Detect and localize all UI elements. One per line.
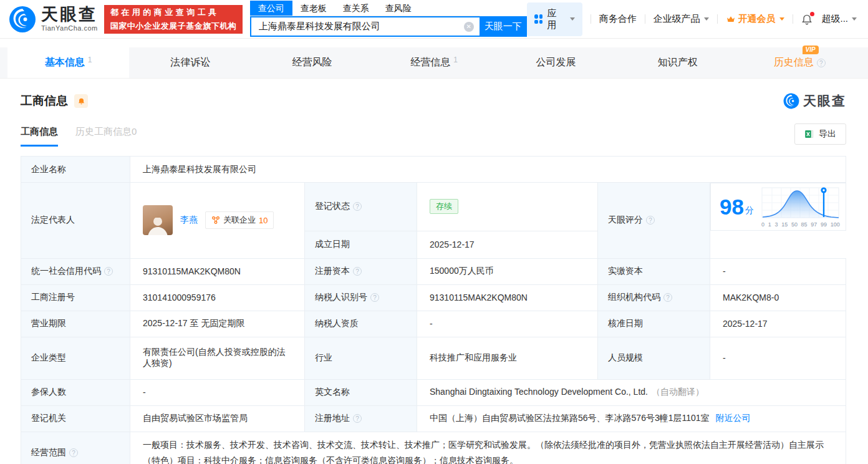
field-value-score: 98 分 xyxy=(710,183,846,231)
related-companies-count: 10 xyxy=(259,216,268,225)
field-label-score: 天眼评分? xyxy=(598,183,710,259)
notification-dot xyxy=(810,12,814,16)
tab-basic-info[interactable]: 基本信息 1 xyxy=(7,47,129,78)
field-value-reg-capital: 150000万人民币 xyxy=(417,258,598,284)
tianyancha-logo[interactable]: 天眼查 TianYanCha.com xyxy=(9,6,98,33)
field-value-reg-status: 存续 xyxy=(417,183,598,231)
tab-operating-info[interactable]: 经营信息 1 xyxy=(373,47,494,78)
field-value-insured-staff: - xyxy=(130,379,305,405)
search-tab-relation[interactable]: 查关系 xyxy=(335,1,377,16)
help-icon[interactable]: ? xyxy=(353,414,362,423)
field-label-org-code: 组织机构代码? xyxy=(598,284,710,311)
field-value-staff-size: - xyxy=(710,337,846,379)
field-value-business-term: 2025-12-17 至 无固定期限 xyxy=(130,311,305,337)
tab-label: 基本信息 xyxy=(45,56,85,69)
clear-search-icon[interactable]: ✕ xyxy=(464,22,474,32)
search-input[interactable] xyxy=(250,16,480,37)
brand-domain: TianYanCha.com xyxy=(41,25,98,32)
table-row: 营业期限 2025-12-17 至 无固定期限 纳税人资质 - 核准日期 202… xyxy=(21,311,846,337)
legal-rep-avatar[interactable] xyxy=(143,205,173,235)
help-icon[interactable]: ? xyxy=(663,293,672,302)
table-row: 登记机关 自由贸易试验区市场监管局 注册地址? 中国（上海）自由贸易试验区法拉第… xyxy=(21,405,846,432)
field-value-industry: 科技推广和应用服务业 xyxy=(417,337,598,379)
search-tab-company[interactable]: 查公司 xyxy=(250,1,292,16)
field-label-english-name: 英文名称 xyxy=(305,379,417,405)
tab-legal-proceedings[interactable]: 法律诉讼 xyxy=(129,47,251,78)
notifications-button[interactable] xyxy=(801,13,813,26)
table-row: 法定代表人 李燕 关联企业 xyxy=(21,183,846,231)
field-label-reg-number: 工商注册号 xyxy=(21,284,130,311)
help-icon[interactable]: ? xyxy=(104,267,113,276)
divider xyxy=(717,14,718,24)
auto-translate-note: （自动翻译） xyxy=(652,387,704,397)
subtab-business-info[interactable]: 工商信息 xyxy=(21,126,58,147)
field-value-credit-code: 91310115MAK2KQM80N xyxy=(130,258,305,284)
field-value-legal-rep: 李燕 关联企业 10 xyxy=(130,183,305,259)
help-icon[interactable]: ? xyxy=(69,448,78,457)
chevron-down-icon xyxy=(570,17,575,21)
nav-cooperation[interactable]: 商务合作 xyxy=(599,13,637,25)
related-companies-label: 关联企业 xyxy=(223,215,256,226)
tab-company-development[interactable]: 公司发展 xyxy=(495,47,617,78)
nav-open-vip[interactable]: 开通会员 xyxy=(726,13,784,25)
chevron-down-icon xyxy=(704,17,709,21)
table-row: 企业类型 有限责任公司(自然人投资或控股的法人独资) 行业 科技推广和应用服务业… xyxy=(21,337,846,379)
score-unit: 分 xyxy=(745,205,754,216)
help-icon[interactable]: ? xyxy=(353,202,362,211)
chevron-down-icon xyxy=(779,17,784,21)
score-distribution-chart: 01 315 5085 9799 100 xyxy=(760,186,841,228)
chevron-down-icon xyxy=(852,17,857,21)
apps-menu-button[interactable]: 应用 xyxy=(527,2,582,36)
field-label-taxpayer-qualification: 纳税人资质 xyxy=(305,311,417,337)
nearby-companies-link[interactable]: 附近公司 xyxy=(716,413,751,423)
field-value-company-type: 有限责任公司(自然人投资或控股的法人独资) xyxy=(130,337,305,379)
help-icon[interactable]: ? xyxy=(817,59,826,67)
divider xyxy=(591,14,591,24)
tab-label: 知识产权 xyxy=(658,56,698,69)
search-tab-boss[interactable]: 查老板 xyxy=(292,1,335,16)
table-row: 工商注册号 310141000959176 纳税人识别号? 91310115MA… xyxy=(21,284,846,311)
help-icon[interactable]: ? xyxy=(353,267,362,276)
legal-rep-name-link[interactable]: 李燕 xyxy=(180,215,198,226)
field-label-reg-status: 登记状态? xyxy=(305,183,417,231)
divider xyxy=(793,14,793,24)
export-button[interactable]: 导出 xyxy=(794,123,846,145)
field-value-taxpayer-qualification: - xyxy=(417,311,598,337)
table-row: 统一社会信用代码? 91310115MAK2KQM80N 注册资本? 15000… xyxy=(21,258,846,284)
help-icon[interactable]: ? xyxy=(370,293,379,302)
spacer xyxy=(0,39,868,47)
search-button[interactable]: 天眼一下 xyxy=(480,16,527,37)
search-tabs: 查公司 查老板 查关系 查风险 xyxy=(250,1,480,16)
field-value-reg-number: 310141000959176 xyxy=(130,284,305,311)
field-label-company-type: 企业类型 xyxy=(21,337,130,379)
tab-label: 公司发展 xyxy=(536,56,576,69)
status-badge: 存续 xyxy=(430,199,458,214)
field-value-reg-address: 中国（上海）自由贸易试验区法拉第路56号、李冰路576号3幢1层1101室附近公… xyxy=(417,405,846,432)
tab-intellectual-property[interactable]: 知识产权 xyxy=(617,47,738,78)
field-label-business-term: 营业期限 xyxy=(21,311,130,337)
export-label: 导出 xyxy=(819,128,836,140)
monitor-bell-button[interactable] xyxy=(74,94,88,108)
nav-enterprise-products[interactable]: 企业级产品 xyxy=(653,13,709,25)
field-value-reg-authority: 自由贸易试验区市场监管局 xyxy=(130,405,305,432)
field-label-reg-capital: 注册资本? xyxy=(305,258,417,284)
business-info-table: 企业名称 上海鼎泰星科技发展有限公司 法定代表人 李燕 xyxy=(21,156,846,464)
table-row: 参保人数 - 英文名称 Shanghai Dingtaixing Technol… xyxy=(21,379,846,405)
field-label-industry: 行业 xyxy=(305,337,417,379)
field-label-legal-rep: 法定代表人 xyxy=(21,183,130,259)
search-tab-risk[interactable]: 查风险 xyxy=(377,1,420,16)
field-value-business-scope: 一般项目：技术服务、技术开发、技术咨询、技术交流、技术转让、技术推广；医学研究和… xyxy=(130,432,846,464)
tab-history-info[interactable]: 历史信息 VIP ? xyxy=(739,47,861,78)
field-label-business-scope: 经营范围? xyxy=(21,432,130,464)
field-value-approval-date: 2025-12-17 xyxy=(710,311,846,337)
tab-operating-risk[interactable]: 经营风险 xyxy=(251,47,373,78)
tab-label: 经营风险 xyxy=(292,56,332,69)
subtab-history-business-info[interactable]: 历史工商信息0 xyxy=(75,126,137,147)
nav-user-menu[interactable]: 超级... xyxy=(821,13,857,25)
field-label-approval-date: 核准日期 xyxy=(598,311,710,337)
help-icon[interactable]: ? xyxy=(646,216,655,225)
brand-name: 天眼查 xyxy=(41,6,98,23)
field-label-establish-date: 成立日期 xyxy=(305,231,417,258)
related-companies-badge[interactable]: 关联企业 10 xyxy=(205,211,274,229)
score-number: 98 xyxy=(720,196,744,218)
